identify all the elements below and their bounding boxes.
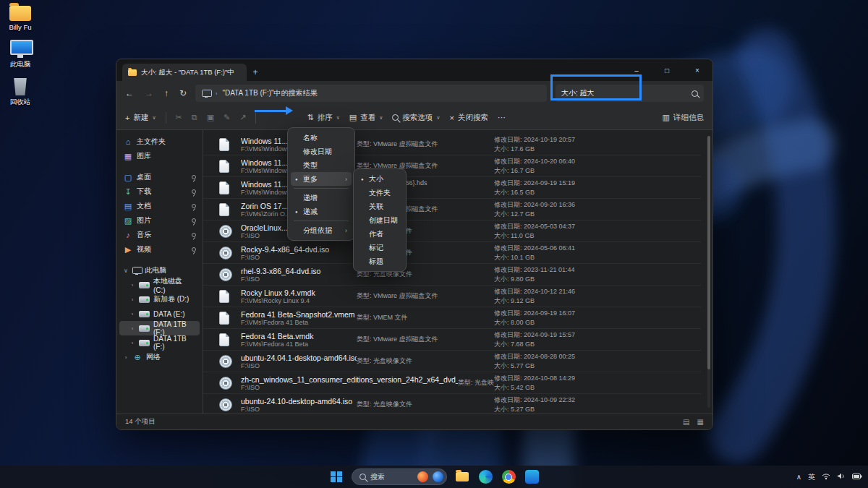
start-button[interactable] xyxy=(328,469,344,485)
breadcrumb-text: "DATA 1TB (F:)"中的搜索结果 xyxy=(222,88,317,98)
cut-button[interactable]: ✂ xyxy=(176,113,182,122)
taskbar-icon-file-explorer[interactable] xyxy=(454,469,470,485)
status-bar: 14 个项目 ▤ ▦ xyxy=(116,414,712,429)
file-row[interactable]: Zorin OS 17...F:\VMs\Zorin O...类型: VMwar… xyxy=(203,199,701,221)
submenu-item-title[interactable]: 标题 xyxy=(357,254,403,268)
windows-logo-icon xyxy=(331,471,342,483)
submenu-item-tags[interactable]: 标记 xyxy=(357,241,403,254)
back-button[interactable]: ← xyxy=(125,88,134,98)
file-row[interactable]: Fedora 41 Beta.vmdkF:\VMs\Fedora 41 Beta… xyxy=(203,329,701,351)
taskbar-search[interactable]: 搜索 xyxy=(352,468,447,485)
iso-disc-icon xyxy=(219,225,232,238)
sidebar-item-desktop[interactable]: ▢桌面 xyxy=(119,170,200,184)
file-row[interactable]: OracleLinux...F:\ISO类型: 光盘映像文件修改日期: 2024… xyxy=(203,221,701,242)
sidebar-item-home[interactable]: ⌂主文件夹 xyxy=(119,134,200,149)
file-row[interactable]: Windows 11...F:\VMs\Windows...类型: VMware… xyxy=(203,134,701,155)
file-size: 大小: 17.6 GB xyxy=(494,145,701,153)
scrollbar[interactable] xyxy=(707,136,710,408)
new-tab-button[interactable]: + xyxy=(247,64,264,81)
sidebar-item-videos[interactable]: ▶视频 xyxy=(119,242,200,257)
menu-item-date-modified[interactable]: 修改日期 xyxy=(291,145,352,158)
large-icons-view-toggle[interactable]: ▦ xyxy=(697,418,704,426)
file-row[interactable]: Windows 11...F:\VMs\Windows...类型: VMware… xyxy=(203,155,701,177)
rename-button[interactable]: ✎ xyxy=(224,113,230,122)
file-explorer-icon xyxy=(456,472,469,481)
view-button[interactable]: ▤ 查看 ∨ xyxy=(349,113,383,123)
refresh-button[interactable]: ↻ xyxy=(179,88,187,98)
file-modified: 修改日期: 2024-08-28 00:25 xyxy=(494,352,701,361)
taskbar-icon-store[interactable] xyxy=(524,469,540,485)
submenu-item-size[interactable]: ●大小 xyxy=(357,172,403,186)
sidebar-item-drive-d[interactable]: ›新加卷 (D:) xyxy=(119,292,200,307)
file-row[interactable]: Windows 11...F:\VMs\Windows......11-015f… xyxy=(203,177,701,199)
submenu-item-date-created[interactable]: 创建日期 xyxy=(357,213,403,227)
sidebar-item-music[interactable]: ♪音乐 xyxy=(119,228,200,242)
tray-volume-icon[interactable] xyxy=(837,473,846,481)
sidebar-item-drive-f2[interactable]: ›DATA 1TB (F:) xyxy=(119,335,200,350)
menu-item-group-by[interactable]: 分组依据› xyxy=(291,223,352,237)
file-row[interactable]: ubuntu-24.04.1-desktop-amd64.isoF:\ISO类型… xyxy=(203,351,701,372)
desktop-icon-recycle-bin[interactable]: 回收站 xyxy=(0,78,41,107)
file-row[interactable]: Rocky-9.4-x86_64-dvd.isoF:\ISO类型: 光盘映像文件… xyxy=(203,242,701,264)
paste-button[interactable]: ▣ xyxy=(207,113,214,122)
file-row[interactable]: zh-cn_windows_11_consumer_editions_versi… xyxy=(203,372,701,394)
menu-item-ascending[interactable]: 递增 xyxy=(291,191,352,205)
search-options-button[interactable]: 搜索选项 ∨ xyxy=(392,113,440,123)
menu-item-more[interactable]: ●更多› xyxy=(291,172,352,186)
file-row[interactable]: Fedora 41 Beta-Snapshot2.vmemF:\VMs\Fedo… xyxy=(203,307,701,329)
sidebar-item-downloads[interactable]: ↧下载 xyxy=(119,184,200,199)
submenu-item-association[interactable]: 关联 xyxy=(357,200,403,213)
breadcrumb[interactable]: › "DATA 1TB (F:)"中的搜索结果 xyxy=(195,85,547,102)
file-modified: 修改日期: 2024-10-19 20:57 xyxy=(494,135,701,144)
sidebar-item-pictures[interactable]: ▨图片 xyxy=(119,213,200,228)
maximize-button[interactable]: □ xyxy=(652,59,682,81)
sidebar-item-gallery[interactable]: ▦图库 xyxy=(119,149,200,163)
tray-wifi-icon[interactable] xyxy=(822,473,830,481)
status-item-count: 14 个项目 xyxy=(125,417,156,427)
taskbar-icon-chrome[interactable] xyxy=(501,469,516,485)
tray-battery-icon[interactable] xyxy=(852,473,862,481)
chevron-expanded-icon: ∨ xyxy=(123,267,129,274)
more-options-button[interactable]: ⋯ xyxy=(498,113,506,122)
menu-item-descending[interactable]: ●递减 xyxy=(291,205,352,218)
tray-language-indicator[interactable]: 英 xyxy=(808,472,815,482)
up-button[interactable]: ↑ xyxy=(164,88,169,98)
file-type: 类型: VMware 虚拟磁盘文件 xyxy=(357,335,494,343)
close-search-button[interactable]: × 关闭搜索 xyxy=(449,113,488,123)
details-pane-button[interactable]: ▥ 详细信息 xyxy=(663,113,704,123)
file-path: F:\ISO xyxy=(241,362,357,369)
menu-item-type[interactable]: 类型 xyxy=(291,158,352,172)
file-row[interactable]: Rocky Linux 9.4.vmdkF:\VMs\Rocky Linux 9… xyxy=(203,286,701,307)
explorer-tab[interactable]: 大小: 超大 - "DATA 1TB (F:)"中 xyxy=(122,64,247,81)
desktop-icon-user-folder[interactable]: Billy Fu xyxy=(0,3,41,31)
menu-item-name[interactable]: 名称 xyxy=(291,131,352,145)
sidebar-item-drive-e[interactable]: ›DATA (E:) xyxy=(119,307,200,321)
copy-button[interactable]: ⧉ xyxy=(192,113,197,122)
scrollbar-thumb[interactable] xyxy=(707,136,710,369)
submenu-item-authors[interactable]: 作者 xyxy=(357,227,403,241)
taskbar-icon-edge[interactable] xyxy=(477,469,493,485)
desktop-icon-label: 回收站 xyxy=(10,98,31,107)
sidebar-item-network[interactable]: ›⊕网络 xyxy=(119,350,200,364)
file-row[interactable]: rhel-9.3-x86_64-dvd.isoF:\ISO类型: 光盘映像文件修… xyxy=(203,264,701,286)
submenu-item-folder[interactable]: 文件夹 xyxy=(357,186,403,200)
monitor-icon xyxy=(202,90,210,98)
view-icon: ▤ xyxy=(349,113,357,122)
share-button[interactable]: ↗ xyxy=(239,113,246,122)
file-row[interactable]: ubuntu-24.10-desktop-amd64.isoF:\ISO类型: … xyxy=(203,394,701,414)
close-button[interactable]: × xyxy=(682,59,712,81)
file-size: 大小: 11.0 GB xyxy=(494,231,701,240)
file-name: Rocky Linux 9.4.vmdk xyxy=(241,288,357,297)
sort-button[interactable]: ⇅ 排序 ∨ xyxy=(307,113,339,123)
sidebar-item-drive-c[interactable]: ›本地磁盘 (C:) xyxy=(119,278,200,292)
new-button[interactable]: + 新建 ∨ xyxy=(125,113,156,123)
forward-button[interactable]: → xyxy=(145,88,153,98)
edge-icon xyxy=(479,470,493,484)
tray-chevron-icon[interactable]: ∧ xyxy=(796,473,801,481)
sidebar-item-drive-f[interactable]: ›DATA 1TB (F:) xyxy=(119,321,200,335)
details-view-toggle[interactable]: ▤ xyxy=(683,418,689,426)
gallery-icon: ▦ xyxy=(123,152,133,161)
sidebar-item-documents[interactable]: ▤文档 xyxy=(119,199,200,213)
desktop-icon-this-pc[interactable]: 此电脑 xyxy=(0,40,41,69)
chevron-collapsed-icon: › xyxy=(129,340,135,346)
